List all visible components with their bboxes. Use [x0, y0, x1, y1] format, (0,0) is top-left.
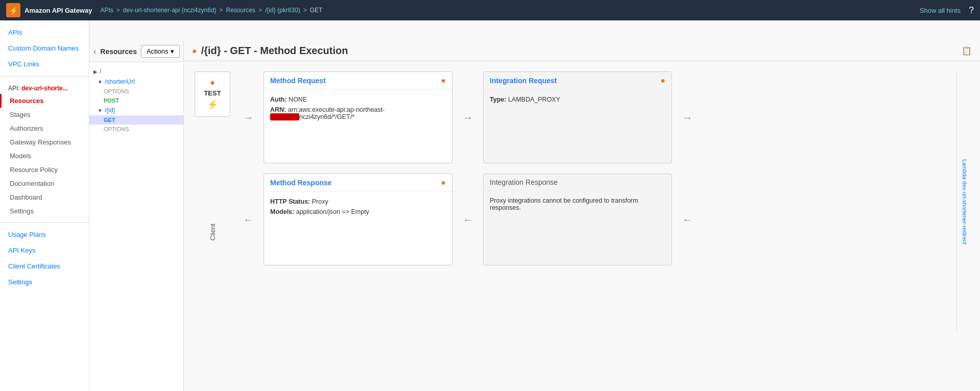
actions-button[interactable]: Actions ▾ — [141, 45, 180, 58]
sidebar-api-label: API: dev-url-shorte... — [0, 81, 89, 94]
auth-field: Auth: NONE — [270, 96, 446, 103]
method-response-body: HTTP Status: Proxy Models: application/j… — [264, 192, 452, 225]
tree-shortenurl-options[interactable]: OPTIONS — [89, 87, 183, 96]
tree-shortenurl[interactable]: ▼ /shortenUrl — [89, 77, 183, 87]
logo: ⚡ Amazon API Gateway — [6, 3, 92, 17]
page-title-bar: ● /{id} - GET - Method Execution 📋 — [184, 41, 980, 61]
method-diagram: ● TEST ⚡ Client → — [184, 61, 980, 342]
content-area: ● /{id} - GET - Method Execution 📋 ● TES… — [184, 41, 980, 391]
integration-request-header: Integration Request ● — [484, 72, 672, 90]
full-layout: APIs Custom Domain Names VPC Links API: … — [0, 20, 980, 391]
lower-row: ← Method Response ● HTTP Status: — [233, 174, 957, 265]
tree-shortenurl-post[interactable]: POST — [89, 96, 183, 105]
upper-row: → Method Request ● Auth: NONE — [233, 71, 957, 163]
sidebar-nav-models[interactable]: Models — [0, 149, 89, 163]
sidebar-nav-resource-policy[interactable]: Resource Policy — [0, 163, 89, 177]
sidebar-nav-resources[interactable]: Resources — [0, 94, 89, 108]
arrow-right-2: → — [452, 112, 483, 124]
tree-id-get[interactable]: GET — [89, 115, 183, 125]
tree-id-options[interactable]: OPTIONS — [89, 125, 183, 134]
integration-response-header: Integration Response — [484, 174, 672, 191]
sidebar-item-vpc-links[interactable]: VPC Links — [0, 56, 89, 72]
client-label: Client — [209, 224, 217, 240]
collapse-button[interactable]: ‹ — [93, 47, 96, 56]
diagram-rows: → Method Request ● Auth: NONE — [233, 71, 957, 332]
lambda-sidebar: Lambda dev-url-shortener-redirect — [957, 71, 972, 332]
method-response-title[interactable]: Method Response — [270, 179, 332, 187]
top-nav-right: Show all hints ? — [920, 5, 974, 16]
test-box[interactable]: ● TEST ⚡ — [195, 71, 230, 117]
integration-request-box: Integration Request ● Type: LAMBDA_PROXY — [483, 71, 672, 163]
method-request-box: Method Request ● Auth: NONE ARN: — [264, 71, 452, 163]
resources-panel-title: Resources — [100, 47, 137, 56]
method-request-dot: ● — [441, 76, 446, 85]
arrow-left-1: ← — [233, 214, 264, 226]
resource-tree: ▶ / ▼ /shortenUrl OPTIONS POST ▼ /{id} — [89, 62, 183, 138]
chevron-down-icon: ▾ — [171, 47, 174, 55]
http-status-field: HTTP Status: Proxy — [270, 198, 446, 205]
models-field: Models: application/json => Empty — [270, 208, 446, 215]
orange-dot-title: ● — [192, 46, 197, 56]
resources-panel: ‹ Resources Actions ▾ ▶ / ▼ /shortenUrl … — [89, 41, 184, 391]
breadcrumb-apis[interactable]: APIs — [100, 7, 113, 14]
arrow-left-3: ← — [672, 214, 703, 226]
method-response-dot: ● — [441, 178, 446, 187]
logo-text: Amazon API Gateway — [25, 7, 92, 14]
breadcrumb-id[interactable]: /{id} (pkr630) — [265, 7, 300, 14]
tri-icon-3: ▼ — [98, 108, 103, 113]
method-request-title[interactable]: Method Request — [270, 77, 326, 85]
arrow-right-3: → — [672, 112, 703, 124]
breadcrumb-get: GET — [310, 7, 323, 14]
page-title: /{id} - GET - Method Execution — [201, 45, 348, 57]
breadcrumb-resources[interactable]: Resources — [226, 7, 255, 14]
sidebar-nav-settings[interactable]: Settings — [0, 204, 89, 218]
integration-request-dot: ● — [660, 76, 665, 85]
breadcrumb-api-name[interactable]: dev-url-shortener-api (nczi4zyn6d) — [123, 7, 217, 14]
top-nav: ⚡ Amazon API Gateway APIs > dev-url-shor… — [0, 0, 980, 20]
method-request-body: Auth: NONE ARN: arn:aws:execute-api:ap-n… — [264, 90, 452, 130]
help-icon[interactable]: ? — [969, 5, 974, 16]
method-response-header: Method Response ● — [264, 174, 452, 192]
lightning-icon: ⚡ — [207, 99, 218, 110]
logo-icon: ⚡ — [6, 3, 20, 17]
method-request-header: Method Request ● — [264, 72, 452, 90]
lambda-label[interactable]: Lambda dev-url-shortener-redirect — [962, 159, 968, 245]
test-label: TEST — [204, 89, 221, 97]
tri-icon: ▶ — [93, 69, 98, 75]
sidebar-item-custom-domain[interactable]: Custom Domain Names — [0, 40, 89, 56]
tree-id[interactable]: ▼ /{id} — [89, 105, 183, 115]
integration-response-box: Integration Response Proxy integrations … — [483, 174, 672, 265]
svg-text:⚡: ⚡ — [9, 7, 18, 15]
integration-response-body: Proxy integrations cannot be configured … — [484, 191, 672, 221]
tri-icon-2: ▼ — [98, 79, 103, 85]
tree-root[interactable]: ▶ / — [89, 66, 183, 77]
arn-redacted: XX — [270, 113, 299, 120]
integration-response-title[interactable]: Integration Response — [490, 178, 558, 186]
type-field: Type: LAMBDA_PROXY — [490, 96, 665, 103]
integration-request-body: Type: LAMBDA_PROXY — [484, 90, 672, 112]
sidebar-api-name[interactable]: dev-url-shorte... — [21, 85, 68, 92]
sidebar-item-api-keys[interactable]: API Keys — [0, 242, 89, 258]
sidebar-divider — [0, 76, 89, 77]
arrow-left-2: ← — [452, 214, 483, 226]
sidebar-divider-2 — [0, 222, 89, 223]
integration-response-desc: Proxy integrations cannot be configured … — [490, 197, 665, 211]
sidebar-item-apis[interactable]: APIs — [0, 25, 89, 40]
resources-header: ‹ Resources Actions ▾ — [89, 41, 183, 62]
sidebar-item-client-certs[interactable]: Client Certificates — [0, 258, 89, 274]
arn-field: ARN: arn:aws:execute-api:ap-northeast- X… — [270, 106, 446, 120]
sidebar: APIs Custom Domain Names VPC Links API: … — [0, 20, 89, 391]
show-hints-button[interactable]: Show all hints — [920, 7, 961, 14]
sidebar-nav-gateway-responses[interactable]: Gateway Responses — [0, 135, 89, 149]
breadcrumb: APIs > dev-url-shortener-api (nczi4zyn6d… — [100, 7, 919, 14]
sidebar-nav-authorizers[interactable]: Authorizers — [0, 121, 89, 135]
integration-request-title[interactable]: Integration Request — [490, 77, 557, 85]
sidebar-item-settings[interactable]: Settings — [0, 274, 89, 290]
sidebar-nav-stages[interactable]: Stages — [0, 108, 89, 121]
note-icon[interactable]: 📋 — [962, 46, 972, 56]
sidebar-nav-dashboard[interactable]: Dashboard — [0, 190, 89, 204]
arrow-right-1: → — [233, 112, 264, 124]
sidebar-nav-documentation[interactable]: Documentation — [0, 177, 89, 190]
sidebar-item-usage-plans[interactable]: Usage Plans — [0, 227, 89, 242]
test-client-column: ● TEST ⚡ Client — [192, 71, 233, 332]
